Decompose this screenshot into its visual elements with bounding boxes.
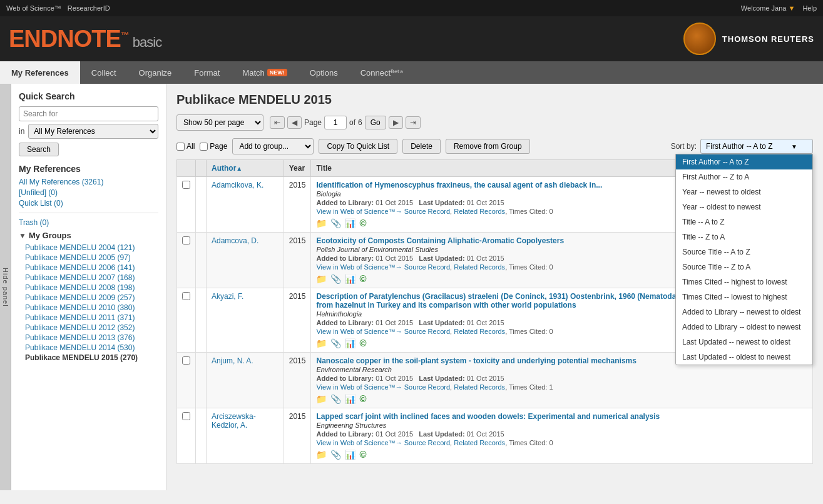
copy-quick-list-btn[interactable]: Copy To Quick List [319,139,397,154]
first-page-btn[interactable]: ⇤ [270,116,285,129]
check-page-checkbox[interactable] [200,143,208,151]
ref-checkbox[interactable] [182,412,190,420]
search-button[interactable]: Search [19,143,59,156]
search-in-select[interactable]: All My References [28,124,158,139]
sort-option[interactable]: Year -- newest to oldest [676,184,812,199]
related-records-link[interactable]: Related Records [454,383,505,391]
tab-format[interactable]: Format [183,61,231,84]
view-wos-link[interactable]: View in Web of Science™→ [316,383,402,391]
per-page-select[interactable]: Show 10 per pageShow 25 per pageShow 50 … [176,114,263,131]
welcome-dropdown[interactable]: ▼ [788,4,795,12]
go-button[interactable]: Go [365,116,386,129]
chart-icon[interactable]: 📊 [345,394,355,404]
check-all-label[interactable]: All [176,142,195,151]
group-link[interactable]: Publikace MENDELU 2011 (371) [19,313,158,323]
sort-option[interactable]: Source Title -- A to Z [676,244,812,260]
sort-option[interactable]: Title -- A to Z [676,214,812,229]
related-records-link[interactable]: Related Records [454,439,505,446]
author-link[interactable]: Arciszewska-Kedzior, A. [212,412,256,430]
source-record-link[interactable]: Source Record [404,328,450,335]
remove-from-group-btn[interactable]: Remove from Group [446,139,530,154]
hide-panel-btn[interactable]: Hide panel [0,84,11,490]
source-record-link[interactable]: Source Record [404,208,450,215]
quick-list-link[interactable]: Quick List (0) [19,199,158,208]
tab-my-references[interactable]: My References [0,61,80,84]
sort-option[interactable]: Title -- Z to A [676,229,812,244]
ref-checkbox[interactable] [182,236,190,244]
paperclip-icon[interactable]: 📎 [330,218,341,228]
sort-option[interactable]: Year -- oldest to newest [676,199,812,214]
view-wos-link[interactable]: View in Web of Science™→ [316,328,402,335]
author-link[interactable]: Adamcova, D. [212,236,258,245]
title-link[interactable]: Identification of Hymenoscyphus fraxineu… [316,181,602,189]
tab-match[interactable]: Match NEW! [231,61,298,84]
sort-option[interactable]: Last Updated -- oldest to newest [676,350,812,365]
tab-connect[interactable]: Connectᴮᵉᵗᵃ [349,61,414,84]
sort-option[interactable]: First Author -- A to Z [676,154,812,169]
ref-checkbox[interactable] [182,181,190,189]
related-records-link[interactable]: Related Records [454,208,505,215]
source-record-link[interactable]: Source Record [404,263,450,271]
sort-option[interactable]: Times Cited -- highest to lowest [676,275,812,290]
search-input[interactable] [19,106,158,121]
ref-checkbox[interactable] [182,356,190,365]
green-c-icon[interactable]: © [359,218,366,228]
unfiled-link[interactable]: [Unfiled] (0) [19,188,158,197]
title-link[interactable]: Nanoscale copper in the soil-plant syste… [316,356,636,365]
folder-icon[interactable]: 📁 [316,218,327,228]
group-link[interactable]: Publikace MENDELU 2007 (168) [19,273,158,283]
folder-icon[interactable]: 📁 [316,450,327,460]
tab-options[interactable]: Options [299,61,349,84]
page-input[interactable] [324,116,347,129]
check-page-label[interactable]: Page [200,142,227,151]
folder-icon[interactable]: 📁 [316,338,327,348]
related-records-link[interactable]: Related Records [454,263,505,271]
view-wos-link[interactable]: View in Web of Science™→ [316,263,402,271]
all-my-references-link[interactable]: All My References (3261) [19,178,158,186]
trash-link[interactable]: Trash (0) [19,218,158,227]
title-link[interactable]: Lapped scarf joint with inclined faces a… [316,412,660,421]
author-link[interactable]: Adamcikova, K. [212,181,263,189]
help-link[interactable]: Help [802,4,817,12]
tab-collect[interactable]: Collect [80,61,128,84]
group-link[interactable]: Publikace MENDELU 2012 (352) [19,323,158,333]
paperclip-icon[interactable]: 📎 [330,450,341,460]
group-link[interactable]: Publikace MENDELU 2014 (530) [19,343,158,353]
group-link[interactable]: Publikace MENDELU 2015 (270) [19,353,158,363]
group-link[interactable]: Publikace MENDELU 2010 (380) [19,303,158,313]
group-link[interactable]: Publikace MENDELU 2008 (198) [19,283,158,293]
add-group-select[interactable]: Add to group... [232,138,314,154]
ref-checkbox[interactable] [182,292,190,300]
chart-icon[interactable]: 📊 [345,338,355,348]
title-link[interactable]: Ecotoxicity of Composts Containing Aliph… [316,236,564,245]
check-all-checkbox[interactable] [176,143,185,151]
sort-option[interactable]: Source Title -- Z to A [676,260,812,275]
green-c-icon[interactable]: © [359,338,366,348]
sort-select-display[interactable]: First Author -- A to Z ▼ [700,139,813,154]
source-record-link[interactable]: Source Record [404,439,450,446]
sort-option[interactable]: Times Cited -- lowest to highest [676,290,812,305]
prev-page-btn[interactable]: ◀ [287,116,302,129]
th-author[interactable]: Author▲ [207,160,284,177]
folder-icon[interactable]: 📁 [316,274,327,284]
view-wos-link[interactable]: View in Web of Science™→ [316,208,402,215]
group-link[interactable]: Publikace MENDELU 2006 (141) [19,263,158,273]
chart-icon[interactable]: 📊 [345,218,355,228]
group-link[interactable]: Publikace MENDELU 2013 (376) [19,333,158,343]
paperclip-icon[interactable]: 📎 [330,338,341,348]
paperclip-icon[interactable]: 📎 [330,394,341,404]
researcher-id-link[interactable]: ResearcherID [68,4,110,12]
related-records-link[interactable]: Related Records [454,328,505,335]
chart-icon[interactable]: 📊 [345,274,355,284]
chart-icon[interactable]: 📊 [345,450,355,460]
group-link[interactable]: Publikace MENDELU 2005 (97) [19,253,158,263]
author-link[interactable]: Akyazi, F. [212,292,243,301]
folder-icon[interactable]: 📁 [316,394,327,404]
sort-option[interactable]: Last Updated -- newest to oldest [676,335,812,350]
group-link[interactable]: Publikace MENDELU 2009 (257) [19,293,158,303]
last-page-btn[interactable]: ⇥ [406,116,421,129]
green-c-icon[interactable]: © [359,449,366,460]
group-link[interactable]: Publikace MENDELU 2004 (121) [19,243,158,253]
sort-option[interactable]: Added to Library -- oldest to newest [676,320,812,335]
tab-organize[interactable]: Organize [128,61,183,84]
